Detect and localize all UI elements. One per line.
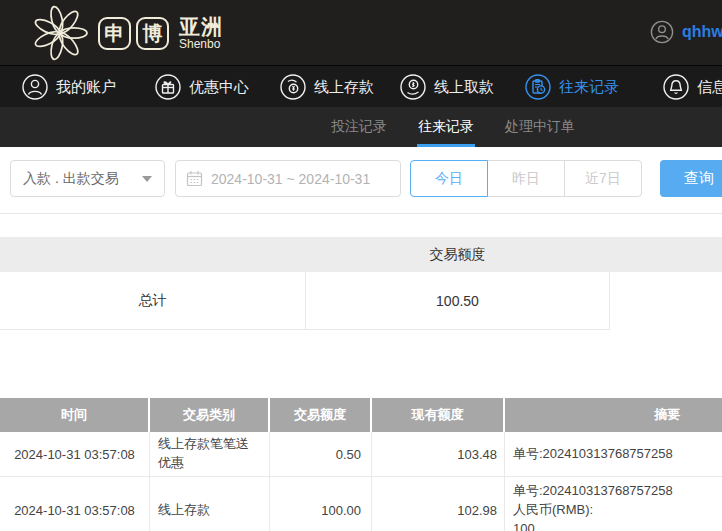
- col-header-summary: 摘要: [505, 398, 722, 432]
- nav-item-transaction-records[interactable]: 往来记录: [525, 66, 619, 108]
- col-header-time: 时间: [0, 398, 150, 432]
- chevron-down-icon: [142, 176, 152, 182]
- cell-time: 2024-10-31 03:57:08: [0, 432, 150, 476]
- transaction-type-select[interactable]: 入款 . 出款交易: [10, 160, 165, 197]
- nav-label: 往来记录: [559, 78, 619, 97]
- brand-subtitle: Shenbo: [179, 38, 223, 51]
- table-row: 2024-10-31 03:57:08 线上存款笔笔送优惠 0.50 103.4…: [0, 432, 722, 477]
- cell-balance: 103.48: [372, 432, 505, 476]
- summary-total-row: 总计 100.50: [0, 272, 722, 330]
- cell-category: 线上存款: [150, 477, 270, 531]
- col-header-category: 交易类别: [150, 398, 270, 432]
- summary-line: 单号:202410313768757258: [513, 445, 673, 464]
- topbar: 申 博 亚洲 Shenbo qhhw2: [0, 0, 722, 65]
- summary-empty-cell: [610, 272, 722, 330]
- date-range-input[interactable]: 2024-10-31 ~ 2024-10-31: [175, 160, 401, 197]
- cell-amount: 100.00: [270, 477, 372, 531]
- summary-line: 单号:202410313768757258: [513, 482, 673, 501]
- main-navigation: 我的账户 优惠中心: [0, 65, 722, 107]
- nav-label: 优惠中心: [189, 78, 249, 97]
- user-account[interactable]: qhhw2: [650, 20, 722, 44]
- cell-category: 线上存款笔笔送优惠: [150, 432, 270, 476]
- tab-transaction-records[interactable]: 往来记录: [417, 107, 475, 147]
- table-row: 2024-10-31 03:57:08 线上存款 100.00 102.98 单…: [0, 477, 722, 531]
- brand-region: 亚洲: [179, 16, 223, 38]
- search-button[interactable]: 查询: [660, 160, 722, 197]
- brand-logo[interactable]: 申 博 亚洲 Shenbo: [30, 3, 223, 63]
- cell-time: 2024-10-31 03:57:08: [0, 477, 150, 531]
- bell-icon: [663, 74, 689, 100]
- cell-summary: 单号:202410313768757258 人民币(RMB): 100: [505, 477, 722, 531]
- nav-item-my-account[interactable]: 我的账户: [22, 66, 116, 108]
- summary-total-label: 总计: [0, 272, 305, 330]
- nav-item-online-deposit[interactable]: 线上存款: [280, 66, 374, 108]
- nav-label: 信息: [697, 78, 722, 97]
- summary-line: 100: [513, 520, 673, 531]
- summary-line: 人民币(RMB):: [513, 501, 673, 520]
- nav-item-messages[interactable]: 信息: [663, 66, 722, 108]
- deposit-icon: [280, 74, 306, 100]
- summary-total-value: 100.50: [305, 272, 610, 330]
- section-divider: [0, 213, 722, 214]
- transaction-records-page: 申 博 亚洲 Shenbo qhhw2 我的账户: [0, 0, 722, 531]
- tab-label: 往来记录: [418, 118, 474, 136]
- yesterday-button[interactable]: 昨日: [487, 160, 565, 197]
- transactions-table: 时间 交易类别 交易额度 现有额度 摘要 2024-10-31 03:57:08…: [0, 398, 722, 531]
- cell-summary: 单号:202410313768757258: [505, 432, 722, 476]
- col-header-amount: 交易额度: [270, 398, 372, 432]
- transactions-header-row: 时间 交易类别 交易额度 现有额度 摘要: [0, 398, 722, 432]
- nav-item-promotions[interactable]: 优惠中心: [155, 66, 249, 108]
- gift-icon: [155, 74, 181, 100]
- tab-label: 投注记录: [331, 118, 387, 136]
- records-icon: [525, 74, 551, 100]
- record-tabs: 投注记录 往来记录 处理中订单: [330, 107, 605, 147]
- nav-label: 我的账户: [56, 78, 116, 97]
- quick-button-label: 今日: [435, 170, 463, 188]
- calendar-icon: [186, 170, 203, 187]
- nav-label: 线上存款: [314, 78, 374, 97]
- selected-type: 入款 . 出款交易: [23, 170, 119, 188]
- summary-header-row: 交易额度: [0, 237, 722, 272]
- avatar-icon: [650, 20, 674, 44]
- flower-logo-icon: [30, 3, 90, 63]
- quick-button-label: 近7日: [585, 170, 621, 188]
- last7days-button[interactable]: 近7日: [564, 160, 642, 197]
- nav-label: 线上取款: [434, 78, 494, 97]
- tab-label: 处理中订单: [505, 118, 575, 136]
- brand-text: 亚洲 Shenbo: [179, 16, 223, 51]
- brand-char-bo: 博: [136, 17, 169, 50]
- subnav: 投注记录 往来记录 处理中订单: [0, 107, 722, 147]
- cell-amount: 0.50: [270, 432, 372, 476]
- username[interactable]: qhhw2: [682, 23, 722, 41]
- col-header-balance: 现有额度: [372, 398, 505, 432]
- date-range-value: 2024-10-31 ~ 2024-10-31: [211, 171, 370, 187]
- brand-char-shen: 申: [98, 17, 131, 50]
- tab-betting-records[interactable]: 投注记录: [330, 107, 388, 147]
- cell-balance: 102.98: [372, 477, 505, 531]
- quick-date-buttons: 今日 昨日 近7日: [410, 160, 642, 197]
- quick-button-label: 昨日: [512, 170, 540, 188]
- summary-header-label: 交易额度: [305, 237, 610, 272]
- today-button[interactable]: 今日: [410, 160, 488, 197]
- withdraw-icon: [400, 74, 426, 100]
- nav-item-online-withdrawal[interactable]: 线上取款: [400, 66, 494, 108]
- user-icon: [22, 74, 48, 100]
- tab-pending-orders[interactable]: 处理中订单: [504, 107, 576, 147]
